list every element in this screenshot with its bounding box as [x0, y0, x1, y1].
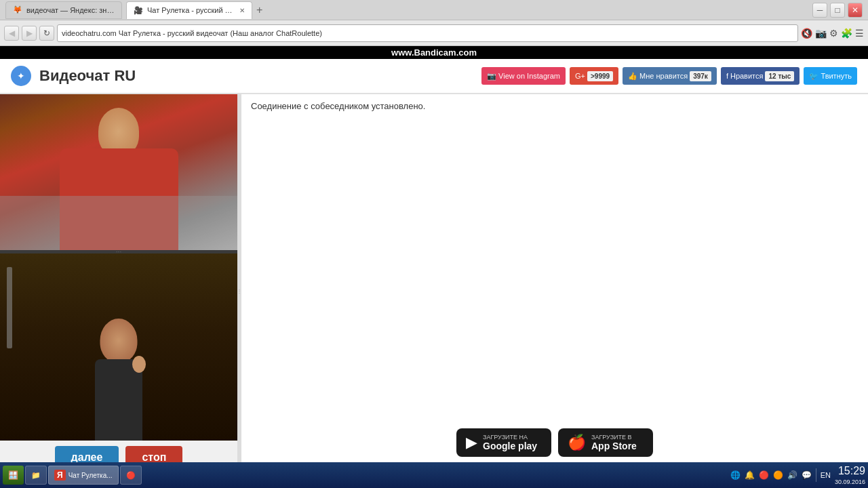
app-store-badge[interactable]: 🍎 Загрузите в App Store [558, 428, 653, 457]
maximize-button[interactable]: □ [830, 3, 845, 18]
camera-icon[interactable]: 📷 [815, 28, 827, 39]
chat-messages: Соединение с собеседником установлено. ▶… [241, 94, 868, 464]
twitter-icon: 🐦 [809, 72, 818, 81]
chat-panel: Соединение с собеседником установлено. ▶… [241, 94, 868, 488]
files-icon: 📁 [31, 471, 41, 480]
browser-titlebar: 🦊 видеочат — Яндекс: знай... 🎥 Чат Рулет… [0, 0, 868, 20]
google-play-sub: ЗАГРУЗИТЕ НА [483, 434, 537, 441]
fb-count: 12 тыс [765, 71, 794, 81]
vk-label: Мне нравится [639, 72, 688, 80]
add-tab-button[interactable]: + [256, 4, 262, 16]
start-button[interactable]: 🪟 [3, 466, 24, 485]
social-bar: 📷 View on Instagram G+ >9999 👍 Мне нрави… [481, 67, 857, 85]
vk-icon: 👍 [628, 72, 637, 81]
google-play-badge[interactable]: ▶ ЗАГРУЗИТЕ НА Google play [456, 428, 551, 457]
settings-icon[interactable]: ⚙ [829, 28, 838, 39]
instagram-icon: 📷 [487, 72, 496, 81]
tray-icon-2[interactable]: 🔔 [745, 470, 755, 480]
site-logo: Видеочат RU [39, 67, 136, 85]
local-video [0, 253, 237, 441]
app-store-sub: Загрузите в [591, 434, 637, 441]
windows-icon: 🪟 [8, 470, 18, 480]
close-button[interactable]: ✕ [848, 3, 863, 18]
bandicam-bar: www.Bandicam.com [0, 46, 868, 59]
tray-icon-3[interactable]: 🔴 [759, 470, 769, 480]
menu-icon[interactable]: ☰ [855, 28, 864, 39]
site-header: ✦ Видеочат RU 📷 View on Instagram G+ >99… [0, 59, 868, 94]
fb-button[interactable]: f Нравится 12 тыс [721, 67, 800, 85]
speaker-icon[interactable]: 🔇 [801, 28, 812, 39]
address-bar[interactable]: videochatru.com Чат Рулетка - русский ви… [57, 24, 798, 42]
taskbar-app-browser[interactable]: Я Чат Рулетка... [48, 466, 119, 485]
refresh-button[interactable]: ↻ [39, 26, 54, 41]
taskbar-date-value: 30.09.2016 [835, 479, 865, 487]
instagram-label: View on Instagram [498, 72, 560, 80]
connection-message: Соединение с собеседником установлено. [251, 101, 859, 111]
google-play-text: ЗАГРУЗИТЕ НА Google play [483, 434, 537, 451]
taskbar-sep [816, 468, 816, 482]
logo-icon: ✦ [11, 66, 31, 86]
tab1-favicon: 🦊 [13, 5, 22, 14]
taskbar-app-3[interactable]: 🔴 [120, 466, 142, 485]
tray-icon-1[interactable]: 🌐 [730, 470, 741, 480]
fb-icon: f [726, 72, 728, 80]
vk-button[interactable]: 👍 Мне нравится 397к [623, 67, 717, 85]
apple-icon: 🍎 [568, 434, 586, 451]
gplus-button[interactable]: G+ >9999 [570, 67, 618, 85]
tab1-title: видеочат — Яндекс: знай... [26, 6, 115, 14]
main-content: ··· [0, 94, 868, 488]
bandicam-text: www.Bandicam.com [391, 47, 477, 58]
twitter-button[interactable]: 🐦 Твитнуть [804, 67, 857, 85]
app-store-name: App Store [591, 441, 637, 451]
browser-tab-2[interactable]: 🎥 Чат Рулетка - русский ви... ✕ [126, 1, 252, 19]
gplus-count: >9999 [587, 71, 613, 81]
video-panel: ··· [0, 94, 237, 488]
tab2-title: Чат Рулетка - русский ви... [147, 6, 235, 14]
taskbar-time-value: 15:29 [835, 464, 865, 479]
google-play-name: Google play [483, 441, 537, 451]
minimize-button[interactable]: ─ [812, 3, 827, 18]
browser-window: 🦊 видеочат — Яндекс: знай... 🎥 Чат Рулет… [0, 0, 868, 488]
twitter-label: Твитнуть [821, 72, 852, 80]
browser-toolbar: ◀ ▶ ↻ videochatru.com Чат Рулетка - русс… [0, 20, 868, 46]
gplus-icon: G+ [575, 72, 585, 80]
tray-icon-5[interactable]: 🔊 [787, 470, 797, 480]
instagram-button[interactable]: 📷 View on Instagram [481, 67, 566, 85]
browser-tab-1[interactable]: 🦊 видеочат — Яндекс: знай... [5, 1, 122, 19]
remote-video [0, 94, 237, 250]
taskbar: 🪟 📁 Я Чат Рулетка... 🔴 🌐 🔔 🔴 🟠 🔊 💬 EN 15… [0, 462, 868, 488]
fb-label: Нравится [730, 72, 764, 80]
browser-task-label: Чат Рулетка... [68, 472, 113, 479]
forward-button[interactable]: ▶ [22, 26, 37, 41]
back-button[interactable]: ◀ [4, 26, 19, 41]
address-text: videochatru.com Чат Рулетка - русский ви… [62, 29, 793, 37]
browser-icon: Я [54, 470, 66, 481]
site-title: Видеочат RU [39, 67, 136, 85]
website-content: ✦ Видеочат RU 📷 View on Instagram G+ >99… [0, 59, 868, 488]
toolbar-icons: 🔇 📷 ⚙ 🧩 ☰ [801, 28, 864, 39]
app3-icon: 🔴 [126, 471, 136, 480]
extension-icon[interactable]: 🧩 [841, 28, 852, 39]
taskbar-system-tray: 🌐 🔔 🔴 🟠 🔊 💬 EN 15:29 30.09.2016 [730, 464, 865, 486]
google-play-icon: ▶ [466, 434, 477, 451]
tab2-favicon: 🎥 [134, 6, 143, 15]
app-store-text: Загрузите в App Store [591, 434, 637, 451]
tab2-close[interactable]: ✕ [239, 7, 245, 14]
vk-count: 397к [690, 71, 711, 81]
app-store-section: ▶ ЗАГРУЗИТЕ НА Google play 🍎 Загрузите в… [456, 428, 653, 457]
tray-icon-4[interactable]: 🟠 [773, 470, 783, 480]
tray-icon-6[interactable]: 💬 [802, 470, 812, 480]
taskbar-clock[interactable]: 15:29 30.09.2016 [835, 464, 865, 486]
taskbar-app-files[interactable]: 📁 [25, 466, 47, 485]
lang-indicator[interactable]: EN [821, 471, 831, 479]
